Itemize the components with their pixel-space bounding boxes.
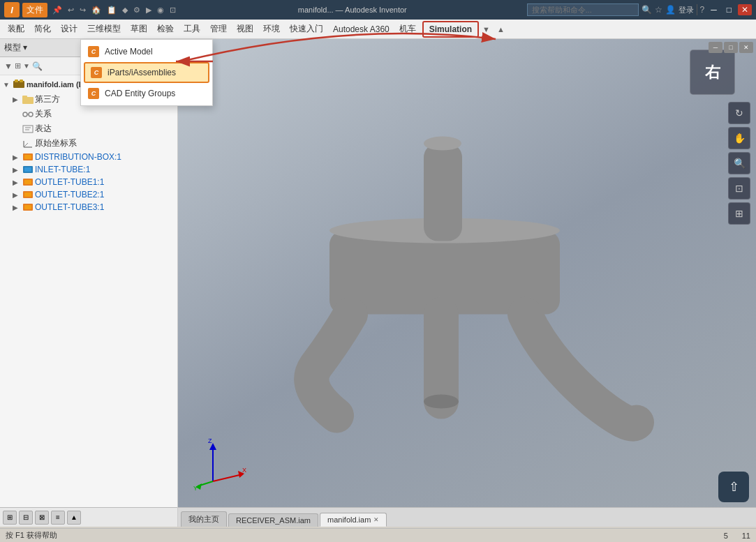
part-orange-icon [22, 152, 34, 162]
minimize-btn[interactable]: ─ [707, 4, 720, 15]
3d-model-visual [246, 122, 665, 457]
panel-title: 模型 ▾ [4, 42, 27, 54]
panel-nav-btn2[interactable]: ⊟ [19, 511, 33, 525]
pan-tool-btn[interactable]: ✋ [728, 127, 750, 149]
tree-item-dist-box[interactable]: ▶ DISTRIBUTION-BOX:1 [0, 151, 177, 163]
dropdown-item-iparts[interactable]: C iParts/iAssemblies [84, 62, 209, 83]
item-label: 第三方 [35, 93, 60, 105]
close-btn[interactable]: ✕ [738, 4, 752, 15]
favorite-icon[interactable]: ☆ [655, 5, 662, 15]
relation-icon [22, 110, 34, 119]
panel-nav-btn1[interactable]: ⊞ [3, 511, 17, 525]
panel-expand-btn[interactable]: ▲ [67, 511, 81, 525]
tab-receiver[interactable]: RECEIVER_ASM.iam [228, 513, 318, 527]
tb-icon[interactable]: ↪ [77, 5, 88, 15]
iparts-menu-label: iParts/iAssemblies [108, 68, 176, 77]
tb-icon[interactable]: 📋 [105, 5, 119, 15]
tb-expand-icon[interactable]: ▲ [494, 24, 508, 35]
orbit-tool-btn[interactable]: ↻ [728, 102, 750, 124]
tb-icon[interactable]: 📌 [50, 5, 64, 15]
tab-manifold-close[interactable]: ✕ [373, 516, 379, 523]
menu-simulation[interactable]: Simulation [422, 21, 479, 38]
zoom-tool-btn[interactable]: 🔍 [728, 152, 750, 174]
login-btn[interactable]: 登录 [679, 5, 694, 15]
view-dropdown-icon[interactable]: ▼ [23, 62, 30, 70]
tb-icon[interactable]: ▶ [144, 5, 154, 15]
tab-manifold-label: manifold.iam [327, 515, 371, 524]
tb-icon[interactable]: ◆ [120, 5, 130, 15]
tree-item-inlet-tube[interactable]: ▶ INLET-TUBE:1 [0, 163, 177, 176]
viewport-restore-btn[interactable]: □ [724, 42, 738, 53]
active-model-menu-icon: C [88, 46, 99, 57]
svg-text:Z: Z [208, 437, 212, 444]
search-icon[interactable]: 🔍 [642, 5, 652, 15]
filter-icon[interactable]: ▼ [4, 61, 13, 71]
part-orange-icon3 [22, 190, 34, 200]
item-label: 关系 [35, 108, 52, 120]
search-input[interactable] [527, 3, 639, 16]
svg-rect-23 [24, 193, 31, 197]
svg-line-15 [24, 143, 28, 147]
tree-item-outlet-tube3[interactable]: ▶ OUTLET-TUBE3:1 [0, 201, 177, 213]
tb-icon[interactable]: 🏠 [89, 5, 103, 15]
zoom-extents-btn[interactable]: ⊡ [728, 177, 750, 200]
file-menu-btn[interactable]: 文件 [22, 3, 47, 17]
menu-a360[interactable]: Autodesk A360 [328, 22, 394, 36]
svg-point-30 [424, 394, 459, 408]
menu-gongju[interactable]: 工具 [179, 21, 205, 37]
tb-icon[interactable]: ◉ [155, 5, 166, 15]
tree-item-origin[interactable]: 原始坐标系 [0, 136, 177, 151]
panel-nav-btn4[interactable]: ≡ [51, 511, 65, 525]
menu-jiche[interactable]: 机车 [394, 21, 421, 37]
menu-sheji[interactable]: 设计 [56, 21, 82, 37]
menu-jianhua[interactable]: 简化 [29, 21, 56, 37]
cad-groups-menu-icon: C [88, 88, 99, 99]
user-icon[interactable]: 👤 [665, 5, 676, 15]
menu-caotu[interactable]: 草图 [126, 21, 152, 37]
menu-zhuangpei[interactable]: 装配 [3, 21, 29, 37]
tab-manifold[interactable]: manifold.iam ✕ [320, 513, 387, 527]
menu-3d[interactable]: 三维模型 [82, 21, 126, 37]
tb-dropdown-icon[interactable]: ▼ [479, 24, 494, 35]
tb-icon[interactable]: ⚙ [131, 5, 142, 15]
svg-point-7 [23, 112, 27, 116]
zoom-all-btn[interactable]: ⊞ [728, 202, 750, 225]
expression-icon [22, 124, 34, 134]
viewport-close-btn[interactable]: ✕ [739, 42, 753, 53]
item-label: DISTRIBUTION-BOX:1 [35, 152, 121, 162]
search-tree-icon[interactable]: 🔍 [32, 61, 43, 71]
svg-text:Y: Y [193, 485, 198, 492]
help-icon[interactable]: ? [700, 5, 705, 15]
maximize-btn[interactable]: □ [723, 4, 735, 15]
assembly-view-icon[interactable]: ⊞ [15, 61, 21, 70]
tree-item-relations[interactable]: 关系 [0, 107, 177, 121]
panel-nav-btn3[interactable]: ⊠ [35, 511, 49, 525]
tab-home[interactable]: 我的主页 [181, 511, 227, 527]
svg-rect-10 [23, 126, 33, 133]
menu-kuaisu[interactable]: 快速入门 [285, 21, 328, 37]
panel-bottom-toolbar: ⊞ ⊟ ⊠ ≡ ▲ [0, 507, 177, 527]
titlebar: I 文件 📌 ↩ ↪ 🏠 📋 ◆ ⚙ ▶ ◉ ⊡ manifold... — A… [0, 0, 756, 20]
origin-icon [22, 139, 34, 149]
status-right-nums: 5 11 [724, 532, 750, 540]
dropdown-item-cad-groups[interactable]: C CAD Entity Groups [81, 84, 212, 103]
menu-huanjing[interactable]: 环境 [258, 21, 285, 37]
tb-icon[interactable]: ↩ [66, 5, 76, 15]
viewport-minimize-btn[interactable]: ─ [709, 42, 722, 53]
svg-rect-28 [424, 143, 462, 241]
menu-shitu[interactable]: 视图 [232, 21, 258, 37]
root-expand-arrow[interactable]: ▼ [3, 81, 11, 89]
menu-jianyan[interactable]: 检验 [152, 21, 179, 37]
menu-guanli[interactable]: 管理 [205, 21, 232, 37]
nav-cube[interactable]: 右 [690, 50, 735, 95]
part-orange-icon2 [22, 177, 34, 187]
tree-item-outlet-tube2[interactable]: ▶ OUTLET-TUBE2:1 [0, 188, 177, 201]
viewport-tools: ↻ ✋ 🔍 ⊡ ⊞ [728, 102, 750, 225]
tree-item-outlet-tube1[interactable]: ▶ OUTLET-TUBE1:1 [0, 176, 177, 188]
tb-icon[interactable]: ⊡ [168, 5, 178, 15]
menubar: 装配 简化 设计 三维模型 草图 检验 工具 管理 视图 环境 快速入门 Aut… [0, 20, 756, 39]
dropdown-item-active-model[interactable]: C Active Model [81, 43, 212, 61]
tree-item-expressions[interactable]: 表达 [0, 121, 177, 136]
app-logo-icon[interactable]: I [4, 2, 20, 17]
share-btn[interactable]: ⇧ [718, 472, 749, 502]
